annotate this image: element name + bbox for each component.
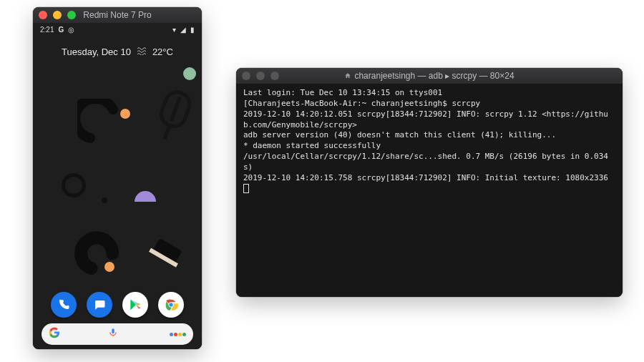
terminal-cursor [243,184,249,193]
wallpaper-halfcircle-purple [133,189,157,206]
terminal-window[interactable]: charanjeetsingh — adb ▸ scrcpy — 80×24 L… [236,68,623,297]
svg-rect-0 [158,89,192,129]
scrcpy-window[interactable]: Redmi Note 7 Pro 2:21 G ◎ ▾ ◢ ▮ Tuesday,… [33,7,202,349]
phone-app-icon[interactable] [51,292,77,318]
wallpaper-popsicle [147,84,198,152]
assistant-icon[interactable] [170,333,186,336]
wallpaper-dot-small [102,197,107,203]
mic-icon[interactable] [108,328,118,341]
wallpaper-parallelogram [144,230,188,276]
target-icon: ◎ [68,26,74,34]
minimize-icon[interactable] [53,11,62,19]
temperature-label: 22°C [152,47,173,57]
signal-icon: ◢ [180,26,186,34]
wallpaper-dot-green [183,67,196,80]
svg-rect-8 [112,328,114,333]
scrcpy-titlebar[interactable]: Redmi Note 7 Pro [33,7,202,23]
maximize-icon[interactable] [270,72,279,80]
window-controls[interactable] [242,72,279,80]
google-dot-icon: G [58,26,64,34]
svg-rect-3 [152,238,182,265]
close-icon[interactable] [242,72,250,80]
terminal-window-title: charanjeetsingh — adb ▸ scrcpy — 80×24 [236,71,623,82]
android-dock [33,292,202,318]
terminal-output[interactable]: Last login: Tue Dec 10 13:34:15 on ttys0… [236,84,623,297]
maximize-icon[interactable] [67,11,76,19]
messages-app-icon[interactable] [87,292,112,318]
svg-line-2 [165,125,170,139]
wallpaper-horseshoe [56,211,133,289]
wifi-icon: ▾ [172,26,176,34]
terminal-titlebar[interactable]: charanjeetsingh — adb ▸ scrcpy — 80×24 [236,68,623,84]
svg-rect-4 [149,248,178,267]
battery-icon: ▮ [190,26,195,34]
android-statusbar: 2:21 G ◎ ▾ ◢ ▮ [33,23,202,35]
android-screen[interactable]: 2:21 G ◎ ▾ ◢ ▮ Tuesday, Dec 10 22°C [33,23,202,349]
play-store-icon[interactable] [122,292,148,318]
home-icon [344,72,351,82]
chrome-icon[interactable] [158,292,184,318]
wallpaper-ring [62,173,86,197]
svg-line-1 [171,97,180,122]
minimize-icon[interactable] [256,72,265,80]
date-label: Tuesday, Dec 10 [62,47,131,57]
weather-icon [137,47,147,57]
wallpaper-dot-orange2 [104,262,114,272]
google-g-icon [49,327,60,341]
date-weather-widget[interactable]: Tuesday, Dec 10 22°C [33,47,202,57]
google-search-bar[interactable] [42,323,193,345]
wallpaper-arc-dark [77,99,127,152]
close-icon[interactable] [39,11,47,19]
window-controls[interactable] [39,11,76,19]
clock-label: 2:21 [40,26,54,34]
wallpaper-dot-orange [120,109,130,119]
